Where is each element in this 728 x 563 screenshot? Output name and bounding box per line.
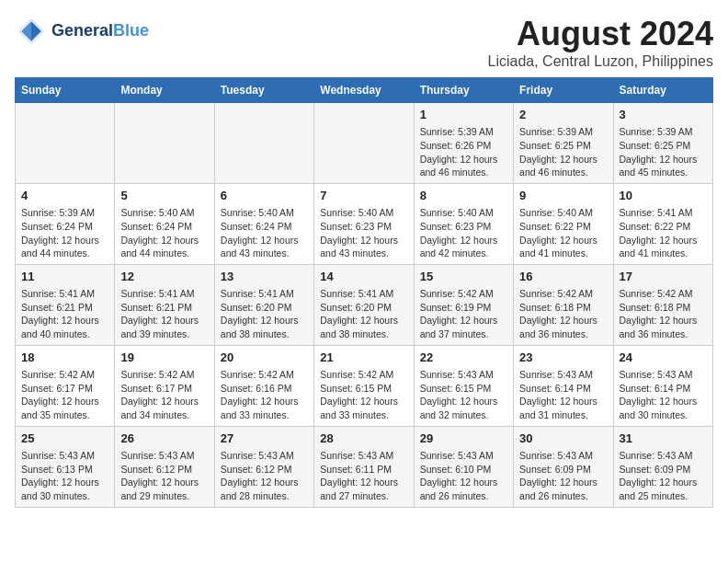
calendar-cell: 15Sunrise: 5:42 AM Sunset: 6:19 PM Dayli…: [414, 264, 513, 345]
day-content: Sunrise: 5:41 AM Sunset: 6:21 PM Dayligh…: [120, 287, 208, 341]
title-area: August 2024 Liciada, Central Luzon, Phil…: [488, 15, 713, 70]
day-number: 14: [320, 269, 407, 285]
calendar-cell: 30Sunrise: 5:43 AM Sunset: 6:09 PM Dayli…: [514, 426, 613, 507]
day-content: Sunrise: 5:43 AM Sunset: 6:12 PM Dayligh…: [221, 449, 308, 503]
day-content: Sunrise: 5:43 AM Sunset: 6:14 PM Dayligh…: [519, 368, 607, 422]
day-number: 15: [420, 269, 507, 285]
calendar-cell: 16Sunrise: 5:42 AM Sunset: 6:18 PM Dayli…: [514, 264, 613, 345]
calendar-cell: 27Sunrise: 5:43 AM Sunset: 6:12 PM Dayli…: [214, 426, 313, 507]
day-number: 6: [221, 188, 308, 204]
day-number: 21: [320, 350, 407, 366]
day-number: 28: [320, 431, 407, 447]
day-number: 18: [21, 350, 108, 366]
calendar-cell: 9Sunrise: 5:40 AM Sunset: 6:22 PM Daylig…: [514, 183, 613, 264]
day-content: Sunrise: 5:39 AM Sunset: 6:25 PM Dayligh…: [620, 125, 707, 179]
day-content: Sunrise: 5:42 AM Sunset: 6:15 PM Dayligh…: [320, 368, 407, 422]
day-number: 20: [221, 350, 308, 366]
day-content: Sunrise: 5:40 AM Sunset: 6:23 PM Dayligh…: [420, 206, 507, 260]
week-row-1: 1Sunrise: 5:39 AM Sunset: 6:26 PM Daylig…: [16, 103, 713, 184]
day-number: 25: [21, 431, 108, 447]
day-content: Sunrise: 5:43 AM Sunset: 6:10 PM Dayligh…: [420, 449, 507, 503]
calendar-cell: [115, 103, 214, 184]
day-content: Sunrise: 5:41 AM Sunset: 6:20 PM Dayligh…: [221, 287, 308, 341]
page-subtitle: Liciada, Central Luzon, Philippines: [488, 53, 713, 70]
calendar-cell: 7Sunrise: 5:40 AM Sunset: 6:23 PM Daylig…: [314, 183, 414, 264]
day-content: Sunrise: 5:42 AM Sunset: 6:17 PM Dayligh…: [21, 368, 108, 422]
calendar-cell: 11Sunrise: 5:41 AM Sunset: 6:21 PM Dayli…: [16, 264, 115, 345]
day-number: 1: [420, 107, 507, 123]
day-number: 12: [120, 269, 208, 285]
day-number: 7: [320, 188, 407, 204]
calendar-cell: [214, 103, 313, 184]
day-number: 31: [620, 431, 707, 447]
day-content: Sunrise: 5:42 AM Sunset: 6:19 PM Dayligh…: [420, 287, 507, 341]
day-content: Sunrise: 5:40 AM Sunset: 6:24 PM Dayligh…: [221, 206, 308, 260]
calendar-cell: 14Sunrise: 5:41 AM Sunset: 6:20 PM Dayli…: [314, 264, 414, 345]
day-content: Sunrise: 5:40 AM Sunset: 6:24 PM Dayligh…: [120, 206, 208, 260]
calendar-cell: 26Sunrise: 5:43 AM Sunset: 6:12 PM Dayli…: [115, 426, 214, 507]
calendar-cell: 24Sunrise: 5:43 AM Sunset: 6:14 PM Dayli…: [613, 345, 712, 426]
day-number: 3: [620, 107, 707, 123]
calendar-cell: 31Sunrise: 5:43 AM Sunset: 6:09 PM Dayli…: [613, 426, 712, 507]
header-thursday: Thursday: [414, 78, 513, 103]
day-number: 30: [519, 431, 607, 447]
calendar-cell: 18Sunrise: 5:42 AM Sunset: 6:17 PM Dayli…: [16, 345, 115, 426]
calendar-cell: 22Sunrise: 5:43 AM Sunset: 6:15 PM Dayli…: [414, 345, 513, 426]
day-number: 24: [620, 350, 707, 366]
day-number: 29: [420, 431, 507, 447]
calendar-cell: 29Sunrise: 5:43 AM Sunset: 6:10 PM Dayli…: [414, 426, 513, 507]
day-number: 27: [221, 431, 308, 447]
day-number: 5: [120, 188, 208, 204]
day-number: 17: [620, 269, 707, 285]
header-tuesday: Tuesday: [214, 78, 313, 103]
day-content: Sunrise: 5:39 AM Sunset: 6:25 PM Dayligh…: [519, 125, 607, 179]
day-content: Sunrise: 5:41 AM Sunset: 6:22 PM Dayligh…: [620, 206, 707, 260]
day-content: Sunrise: 5:43 AM Sunset: 6:09 PM Dayligh…: [620, 449, 707, 503]
calendar-cell: 17Sunrise: 5:42 AM Sunset: 6:18 PM Dayli…: [613, 264, 712, 345]
calendar-cell: 2Sunrise: 5:39 AM Sunset: 6:25 PM Daylig…: [514, 103, 613, 184]
calendar-cell: 10Sunrise: 5:41 AM Sunset: 6:22 PM Dayli…: [613, 183, 712, 264]
day-content: Sunrise: 5:39 AM Sunset: 6:24 PM Dayligh…: [21, 206, 108, 260]
day-number: 10: [620, 188, 707, 204]
day-content: Sunrise: 5:43 AM Sunset: 6:15 PM Dayligh…: [420, 368, 507, 422]
calendar-cell: 25Sunrise: 5:43 AM Sunset: 6:13 PM Dayli…: [16, 426, 115, 507]
calendar-cell: 20Sunrise: 5:42 AM Sunset: 6:16 PM Dayli…: [214, 345, 313, 426]
day-number: 22: [420, 350, 507, 366]
day-number: 2: [519, 107, 607, 123]
calendar-table: SundayMondayTuesdayWednesdayThursdayFrid…: [15, 77, 713, 508]
header-monday: Monday: [115, 78, 214, 103]
day-content: Sunrise: 5:43 AM Sunset: 6:14 PM Dayligh…: [620, 368, 707, 422]
logo-icon: [15, 15, 48, 48]
header-sunday: Sunday: [16, 78, 115, 103]
calendar-cell: 5Sunrise: 5:40 AM Sunset: 6:24 PM Daylig…: [115, 183, 214, 264]
page-title: August 2024: [488, 15, 713, 53]
day-content: Sunrise: 5:40 AM Sunset: 6:22 PM Dayligh…: [519, 206, 607, 260]
day-content: Sunrise: 5:42 AM Sunset: 6:18 PM Dayligh…: [620, 287, 707, 341]
logo-text: GeneralBlue: [51, 22, 149, 40]
calendar-cell: 12Sunrise: 5:41 AM Sunset: 6:21 PM Dayli…: [115, 264, 214, 345]
calendar-header-row: SundayMondayTuesdayWednesdayThursdayFrid…: [16, 78, 713, 103]
day-content: Sunrise: 5:42 AM Sunset: 6:16 PM Dayligh…: [221, 368, 308, 422]
day-number: 26: [120, 431, 208, 447]
calendar-cell: 19Sunrise: 5:42 AM Sunset: 6:17 PM Dayli…: [115, 345, 214, 426]
page-header: GeneralBlue August 2024 Liciada, Central…: [15, 15, 713, 70]
day-number: 16: [519, 269, 607, 285]
day-number: 13: [221, 269, 308, 285]
day-number: 4: [21, 188, 108, 204]
day-content: Sunrise: 5:43 AM Sunset: 6:12 PM Dayligh…: [120, 449, 208, 503]
calendar-cell: [314, 103, 414, 184]
day-content: Sunrise: 5:43 AM Sunset: 6:11 PM Dayligh…: [320, 449, 407, 503]
calendar-cell: [16, 103, 115, 184]
header-wednesday: Wednesday: [314, 78, 414, 103]
day-number: 8: [420, 188, 507, 204]
day-number: 11: [21, 269, 108, 285]
day-content: Sunrise: 5:43 AM Sunset: 6:09 PM Dayligh…: [519, 449, 607, 503]
calendar-cell: 6Sunrise: 5:40 AM Sunset: 6:24 PM Daylig…: [214, 183, 313, 264]
week-row-3: 11Sunrise: 5:41 AM Sunset: 6:21 PM Dayli…: [16, 264, 713, 345]
calendar-cell: 13Sunrise: 5:41 AM Sunset: 6:20 PM Dayli…: [214, 264, 313, 345]
day-content: Sunrise: 5:41 AM Sunset: 6:20 PM Dayligh…: [320, 287, 407, 341]
calendar-cell: 3Sunrise: 5:39 AM Sunset: 6:25 PM Daylig…: [613, 103, 712, 184]
day-content: Sunrise: 5:43 AM Sunset: 6:13 PM Dayligh…: [21, 449, 108, 503]
day-content: Sunrise: 5:41 AM Sunset: 6:21 PM Dayligh…: [21, 287, 108, 341]
week-row-4: 18Sunrise: 5:42 AM Sunset: 6:17 PM Dayli…: [16, 345, 713, 426]
